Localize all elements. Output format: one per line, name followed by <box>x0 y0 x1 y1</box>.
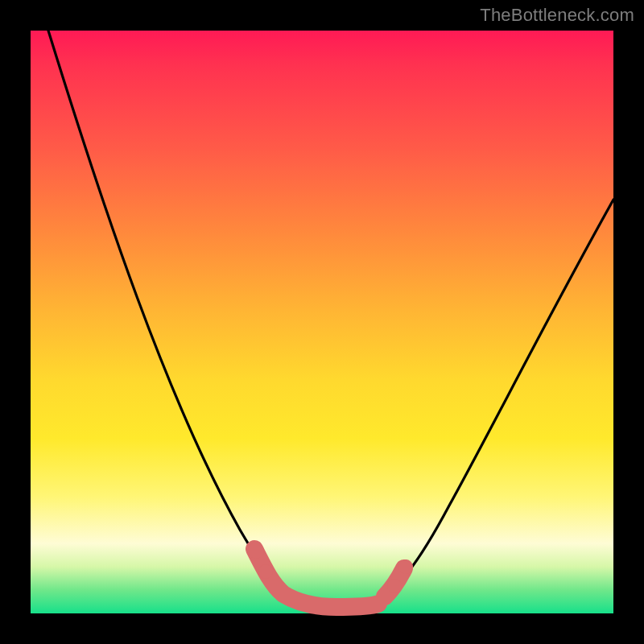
marker-blob <box>258 564 273 579</box>
bottleneck-curve <box>48 31 613 605</box>
marker-blob <box>387 579 402 593</box>
marker-blob <box>398 559 413 574</box>
plot-area <box>31 31 613 613</box>
watermark-text: TheBottleneck.com <box>480 5 634 26</box>
marker-blob <box>248 543 264 559</box>
bottleneck-curve-svg <box>31 31 613 613</box>
chart-frame: TheBottleneck.com <box>0 0 644 644</box>
highlighted-segment <box>254 549 404 607</box>
